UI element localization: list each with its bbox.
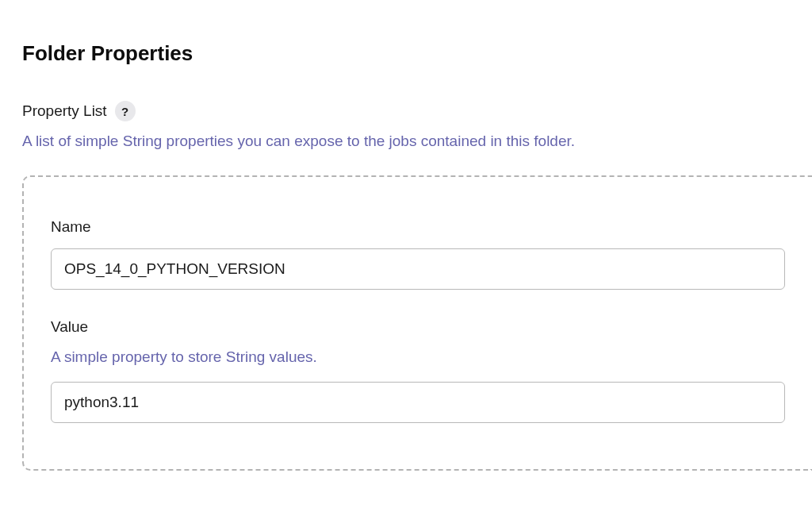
value-field-group: Value A simple property to store String … bbox=[51, 318, 785, 423]
property-item: Name Value A simple property to store St… bbox=[22, 175, 812, 471]
name-field-group: Name bbox=[51, 218, 785, 290]
property-list-description: A list of simple String properties you c… bbox=[22, 133, 812, 150]
name-input[interactable] bbox=[51, 248, 785, 290]
value-input[interactable] bbox=[51, 382, 785, 423]
value-label: Value bbox=[51, 318, 785, 336]
value-description: A simple property to store String values… bbox=[51, 348, 785, 366]
help-icon[interactable]: ? bbox=[115, 101, 136, 121]
property-list-header: Property List ? bbox=[22, 101, 812, 121]
name-label: Name bbox=[51, 218, 785, 236]
property-list-label: Property List bbox=[22, 102, 107, 120]
page-title: Folder Properties bbox=[22, 41, 812, 66]
